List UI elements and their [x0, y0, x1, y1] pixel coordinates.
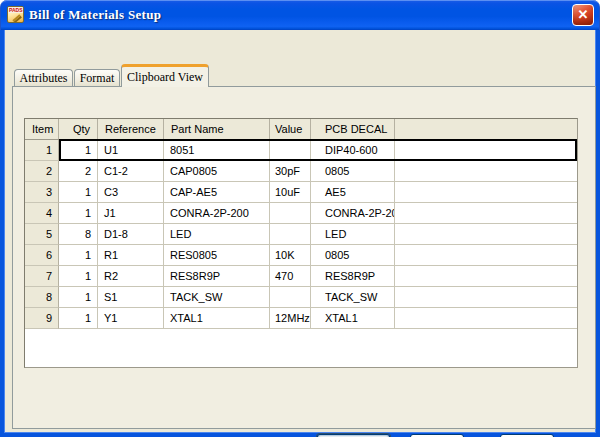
column-header[interactable]: Item — [25, 119, 59, 139]
table-cell[interactable]: 10K — [270, 245, 311, 266]
column-header[interactable]: PCB DECAL — [311, 119, 395, 139]
table-cell[interactable]: 1 — [59, 140, 98, 161]
table-cell[interactable]: RES0805 — [164, 245, 270, 266]
row-item-cell[interactable]: 3 — [25, 182, 59, 203]
dialog-client-area: Attributes Format Clipboard View ItemQty… — [0, 30, 600, 437]
table-row[interactable]: 58D1-8LEDLED — [25, 224, 577, 245]
table-row[interactable]: 81S1TACK_SWTACK_SW — [25, 287, 577, 308]
table-cell[interactable]: RES8R9P — [311, 266, 395, 287]
column-header[interactable]: Part Name — [164, 119, 270, 139]
table-cell[interactable]: 1 — [59, 245, 98, 266]
row-item-cell[interactable]: 9 — [25, 308, 59, 329]
table-row[interactable]: 22C1-2CAP080530pF0805 — [25, 161, 577, 182]
table-cell[interactable]: R1 — [98, 245, 164, 266]
row-item-cell[interactable]: 8 — [25, 287, 59, 308]
tab-attributes[interactable]: Attributes — [14, 69, 73, 87]
close-icon[interactable]: ✕ — [572, 4, 594, 26]
table-cell[interactable]: 30pF — [270, 161, 311, 182]
table-cell-filler — [395, 308, 577, 329]
row-item-cell[interactable]: 5 — [25, 224, 59, 245]
table-cell[interactable]: 1 — [59, 266, 98, 287]
pads-logo-icon: PADS — [7, 6, 24, 23]
table-cell[interactable]: 8 — [59, 224, 98, 245]
table-cell[interactable]: S1 — [98, 287, 164, 308]
table-cell[interactable]: CONRA-2P-200 — [311, 203, 395, 224]
table-cell[interactable] — [270, 140, 311, 161]
table-cell-filler — [395, 245, 577, 266]
table-cell[interactable]: C3 — [98, 182, 164, 203]
table-cell[interactable]: 8051 — [164, 140, 270, 161]
table-cell[interactable]: D1-8 — [98, 224, 164, 245]
table-row[interactable]: 11U18051DIP40-600 — [25, 140, 577, 161]
table-row[interactable]: 71R2RES8R9P470RES8R9P — [25, 266, 577, 287]
table-cell[interactable]: C1-2 — [98, 161, 164, 182]
table-cell-filler — [395, 161, 577, 182]
table-cell[interactable]: J1 — [98, 203, 164, 224]
table-cell[interactable]: TACK_SW — [311, 287, 395, 308]
table-row[interactable]: 61R1RES080510K0805 — [25, 245, 577, 266]
pads-logo-text: PADS — [8, 7, 23, 13]
table-cell[interactable]: 1 — [59, 308, 98, 329]
table-cell[interactable]: 0805 — [311, 245, 395, 266]
table-cell[interactable]: AE5 — [311, 182, 395, 203]
table-cell[interactable]: RES8R9P — [164, 266, 270, 287]
row-item-cell[interactable]: 6 — [25, 245, 59, 266]
window-title: Bill of Materials Setup — [29, 7, 161, 23]
table-cell[interactable]: Y1 — [98, 308, 164, 329]
column-header[interactable]: Qty — [59, 119, 98, 139]
table-cell[interactable]: LED — [164, 224, 270, 245]
table-cell[interactable] — [270, 287, 311, 308]
table-cell[interactable]: 470 — [270, 266, 311, 287]
table-cell-filler — [395, 203, 577, 224]
column-header[interactable]: Reference — [98, 119, 164, 139]
tab-clipboard-view[interactable]: Clipboard View — [121, 64, 209, 87]
table-cell[interactable]: 1 — [59, 182, 98, 203]
table-cell[interactable]: 2 — [59, 161, 98, 182]
table-cell[interactable]: LED — [311, 224, 395, 245]
table-cell-filler — [395, 287, 577, 308]
table-cell-filler — [395, 224, 577, 245]
table-body: 11U18051DIP40-60022C1-2CAP080530pF080531… — [25, 140, 577, 329]
table-cell[interactable]: U1 — [98, 140, 164, 161]
table-cell[interactable]: CONRA-2P-200 — [164, 203, 270, 224]
table-cell[interactable]: 0805 — [311, 161, 395, 182]
table-cell[interactable]: XTAL1 — [311, 308, 395, 329]
table-row[interactable]: 31C3CAP-AE510uFAE5 — [25, 182, 577, 203]
table-cell[interactable]: 1 — [59, 287, 98, 308]
table-cell[interactable]: XTAL1 — [164, 308, 270, 329]
tab-format[interactable]: Format — [74, 69, 120, 87]
bom-table[interactable]: ItemQtyReferencePart NameValuePCB DECAL … — [24, 118, 578, 368]
table-cell[interactable]: 1 — [59, 203, 98, 224]
table-cell-filler — [395, 182, 577, 203]
table-cell[interactable] — [270, 224, 311, 245]
table-header-row: ItemQtyReferencePart NameValuePCB DECAL — [25, 119, 577, 140]
table-cell[interactable]: R2 — [98, 266, 164, 287]
row-item-cell[interactable]: 7 — [25, 266, 59, 287]
table-cell[interactable]: 10uF — [270, 182, 311, 203]
table-cell[interactable]: TACK_SW — [164, 287, 270, 308]
table-cell-filler — [395, 266, 577, 287]
table-cell[interactable]: CAP0805 — [164, 161, 270, 182]
table-cell[interactable] — [270, 203, 311, 224]
title-bar[interactable]: PADS Bill of Materials Setup ✕ — [0, 0, 600, 30]
row-item-cell[interactable]: 1 — [25, 140, 59, 161]
table-cell-filler — [395, 140, 577, 161]
table-cell[interactable]: CAP-AE5 — [164, 182, 270, 203]
table-cell[interactable]: DIP40-600 — [311, 140, 395, 161]
table-cell[interactable]: 12MHz — [270, 308, 311, 329]
row-item-cell[interactable]: 2 — [25, 161, 59, 182]
table-row[interactable]: 41J1CONRA-2P-200CONRA-2P-200 — [25, 203, 577, 224]
column-header-filler — [395, 119, 577, 139]
table-row[interactable]: 91Y1XTAL112MHzXTAL1 — [25, 308, 577, 329]
dialog-window: PADS Bill of Materials Setup ✕ Attribute… — [0, 0, 600, 437]
row-item-cell[interactable]: 4 — [25, 203, 59, 224]
column-header[interactable]: Value — [270, 119, 311, 139]
